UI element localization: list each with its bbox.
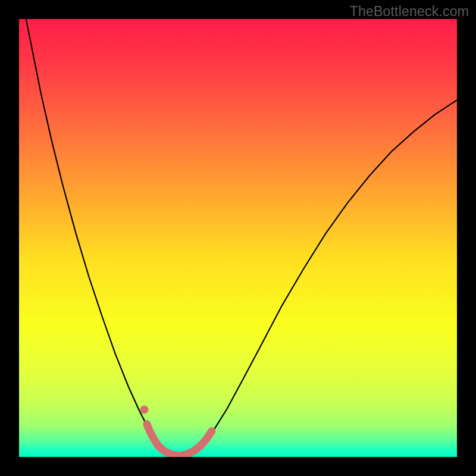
chart-frame: TheBottleneck.com xyxy=(0,0,476,476)
curve-layer xyxy=(19,19,457,457)
watermark-text: TheBottleneck.com xyxy=(350,4,469,20)
plot-area xyxy=(19,19,457,457)
bottleneck-curve xyxy=(19,19,457,456)
highlight-band xyxy=(147,424,212,456)
highlight-dot xyxy=(140,406,148,414)
